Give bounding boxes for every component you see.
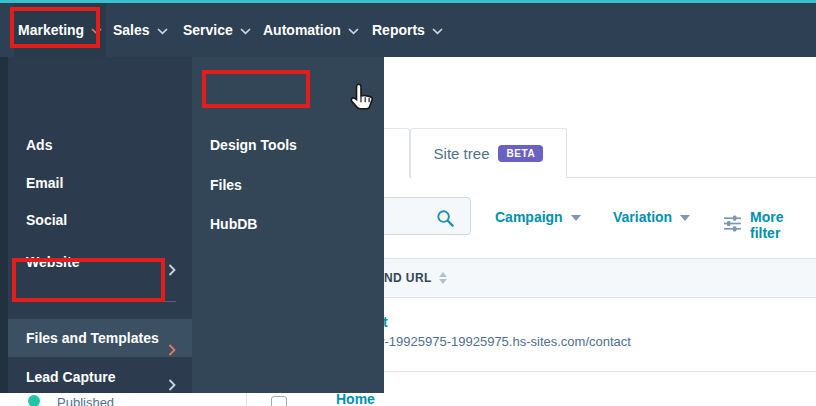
- search-icon[interactable]: [436, 209, 455, 232]
- menu-left-edge: [0, 57, 8, 393]
- nav-item-reports[interactable]: Reports: [368, 3, 447, 57]
- variation-filter-label: Variation: [613, 209, 672, 225]
- more-filters-button[interactable]: More filter: [723, 209, 816, 241]
- row-checkbox[interactable]: [271, 396, 287, 406]
- menu-item-lead-capture[interactable]: Lead Capture: [8, 362, 192, 392]
- nav-item-sales-label: Sales: [113, 22, 150, 38]
- column-header-label: ND URL: [384, 271, 432, 285]
- variation-filter-dropdown[interactable]: Variation: [613, 209, 690, 225]
- beta-badge: BETA: [498, 145, 543, 162]
- menu-item-files-and-templates-label: Files and Templates: [26, 330, 159, 346]
- submenu-item-design-tools-label: Design Tools: [210, 137, 297, 153]
- menu-divider: [24, 301, 176, 302]
- chevron-down-icon: [157, 22, 168, 38]
- submenu-item-files[interactable]: Files: [192, 170, 384, 200]
- page-url-contact: y-19925975-19925975.hs-sites.com/contact: [378, 334, 631, 349]
- nav-item-automation-label: Automation: [263, 22, 341, 38]
- top-navigation-bar: Marketing Sales Service Automation Repor…: [0, 0, 816, 57]
- hubspot-app-window: Site tree BETA Campaign Variation: [0, 0, 816, 406]
- hand-cursor-icon: [349, 82, 376, 116]
- tab-site-tree[interactable]: Site tree BETA: [410, 128, 567, 178]
- menu-item-files-and-templates[interactable]: Files and Templates: [8, 319, 192, 357]
- menu-item-planning-and-strategy[interactable]: Planning and Strategy: [8, 402, 192, 406]
- page-link-home[interactable]: Home: [336, 391, 375, 406]
- chevron-down-icon: [348, 22, 359, 38]
- chevron-down-icon: [680, 215, 690, 221]
- menu-item-ads[interactable]: Ads: [8, 130, 192, 160]
- tab-row-divider: [567, 177, 816, 178]
- chevron-down-icon: [571, 215, 581, 221]
- campaign-filter-label: Campaign: [495, 209, 563, 225]
- menu-item-website-label: Website: [26, 254, 79, 270]
- marketing-dropdown-menu: Ads Email Social Website Files and Templ…: [0, 57, 192, 393]
- column-header-name-and-url[interactable]: ND URL: [384, 271, 447, 285]
- tab-site-tree-label: Site tree: [434, 145, 490, 162]
- menu-item-lead-capture-label: Lead Capture: [26, 369, 115, 385]
- submenu-item-hubdb-label: HubDB: [210, 216, 257, 232]
- menu-item-email[interactable]: Email: [8, 168, 192, 198]
- menu-item-email-label: Email: [26, 175, 63, 191]
- nav-item-marketing[interactable]: Marketing: [14, 3, 106, 57]
- nav-item-service-label: Service: [183, 22, 233, 38]
- submenu-item-design-tools[interactable]: Design Tools: [192, 130, 384, 160]
- nav-item-sales[interactable]: Sales: [109, 3, 172, 57]
- nav-item-service[interactable]: Service: [179, 3, 255, 57]
- nav-item-marketing-label: Marketing: [18, 22, 84, 38]
- chevron-down-icon: [240, 22, 251, 38]
- chevron-right-icon: [168, 371, 176, 401]
- menu-item-ads-label: Ads: [26, 137, 52, 153]
- nav-item-automation[interactable]: Automation: [259, 3, 363, 57]
- submenu-item-files-label: Files: [210, 177, 242, 193]
- campaign-filter-dropdown[interactable]: Campaign: [495, 209, 581, 225]
- chevron-down-icon: [432, 22, 443, 38]
- menu-item-website[interactable]: Website: [8, 247, 192, 277]
- menu-item-social[interactable]: Social: [8, 205, 192, 235]
- more-filters-label: More filter: [750, 209, 816, 241]
- menu-item-social-label: Social: [26, 212, 67, 228]
- submenu-item-hubdb[interactable]: HubDB: [192, 209, 384, 239]
- chevron-down-icon: [91, 22, 102, 38]
- chevron-right-icon: [168, 256, 176, 286]
- nav-item-reports-label: Reports: [372, 22, 425, 38]
- sliders-filter-icon: [723, 215, 742, 235]
- sort-icon[interactable]: [439, 272, 447, 284]
